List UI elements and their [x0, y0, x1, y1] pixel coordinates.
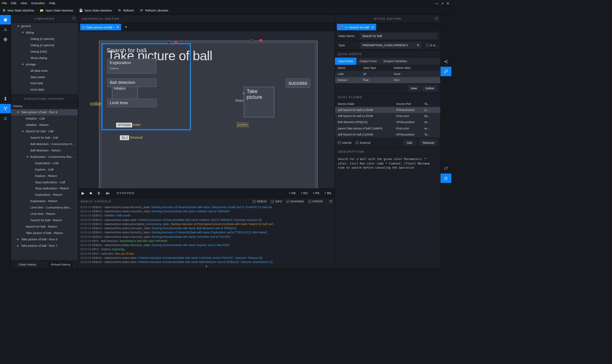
table-row[interactable]: timeoutfloat30.0 — [335, 77, 440, 83]
state-name-input[interactable]: Search for ball — [360, 33, 438, 39]
step-icon[interactable]: ⏭ — [106, 191, 110, 195]
play-icon[interactable]: ▶ — [82, 191, 84, 195]
history-row[interactable]: ▾Take picture of ball - Run 9 — [11, 109, 78, 115]
swap-tab-icon[interactable] — [0, 114, 11, 123]
link-icon[interactable] — [441, 67, 451, 76]
debug-level-debug[interactable]: ✓DEBUG — [253, 200, 267, 203]
error-port-icon[interactable] — [259, 39, 262, 41]
refresh-button[interactable]: ⟳Refresh — [118, 9, 134, 12]
state-type-select[interactable]: PREEMPTION_CONCURRENCY▾ — [360, 42, 421, 49]
history-row[interactable]: Stop exploration - Call — [11, 179, 78, 185]
hourglass-tab-icon[interactable] — [0, 94, 11, 104]
menu-execution[interactable]: Execution — [31, 1, 45, 5]
tree-row[interactable]: load data — [11, 80, 78, 86]
tab-input-ports[interactable]: Input Ports — [335, 58, 356, 65]
table-row[interactable]: Ball detection.EPBQAQOP.list.positionse… — [335, 119, 440, 125]
minimize-icon[interactable]: — — [435, 1, 438, 5]
graph-canvas[interactable]: Take picture of ball color Initialize Se… — [78, 31, 335, 188]
debug-level-warning[interactable]: ✓WARNING — [286, 200, 304, 203]
history-row[interactable]: Search for ball - Call — [11, 135, 78, 141]
stop-icon[interactable]: ■ — [90, 191, 92, 195]
menu-help[interactable]: Help — [49, 1, 55, 5]
add-ps-button[interactable]: + PS — [313, 191, 319, 195]
table-row[interactable]: self.Search for ball.CLZNSBIP.str.colorB… — [335, 113, 440, 119]
history-row[interactable]: Exploration - Return — [11, 198, 78, 204]
libraries-tab-icon[interactable] — [0, 15, 11, 25]
tab-statemachine[interactable]: 1 • Take picture of ball * ✕ — [80, 24, 121, 30]
remove-flow-button[interactable]: Remove — [419, 139, 437, 146]
history-root[interactable]: History — [11, 103, 78, 109]
save-sm-button[interactable]: 💾Save State Machine — [79, 9, 112, 12]
history-row[interactable]: Exploration - Return — [11, 192, 78, 198]
history-row[interactable]: Initialize - Call — [11, 115, 78, 122]
tree-row[interactable]: Dialog [2 options] — [11, 35, 78, 42]
table-row[interactable]: self.Search for ball.CLZNSBOP.list.posit… — [335, 131, 440, 137]
history-row[interactable]: ▸Take picture of ball - Run 7 — [11, 242, 78, 249]
history-row[interactable]: Explore - Return — [11, 172, 78, 179]
port-icon[interactable] — [167, 41, 170, 44]
close-tab-icon[interactable]: ✕ — [371, 25, 374, 29]
history-row[interactable]: Stop exploration - Return — [11, 185, 78, 192]
graph-tab-icon[interactable] — [0, 104, 11, 113]
log-lines[interactable]: 09:55:26 DEBUG - statemachine.states.hie… — [78, 205, 335, 265]
node-exploration[interactable]: Exploration Explore — [107, 59, 157, 74]
tree-row[interactable]: ▾dialog — [11, 29, 78, 35]
tab-state[interactable]: 📌 1 • Search for ball ✕ — [337, 24, 376, 30]
is-start-checkbox[interactable]: is st… — [426, 44, 438, 47]
history-row[interactable]: Take picture of ball - Return — [11, 230, 78, 236]
node-limit-time[interactable]: Limit time — [107, 99, 157, 107]
outcome-success[interactable]: success — [286, 78, 310, 88]
tree-row[interactable]: Dialog [Info] — [11, 48, 78, 55]
port-icon[interactable] — [174, 41, 177, 44]
reload-history-button[interactable]: Reload history — [48, 262, 73, 267]
tab-output-ports[interactable]: Output Ports — [356, 58, 380, 65]
open-sm-button[interactable]: 📂Open State Machine — [40, 9, 73, 12]
history-row[interactable]: Search for ball - Return — [11, 217, 78, 223]
add-hs-button[interactable]: + HS — [289, 191, 296, 195]
menu-file[interactable]: File — [2, 1, 7, 5]
tree-row[interactable]: wait — [11, 93, 78, 94]
tree-row[interactable]: ▾generic — [11, 23, 78, 29]
add-es-button[interactable]: + ES — [301, 191, 308, 195]
internal-checkbox[interactable]: ✓Internal — [338, 141, 352, 144]
hierarchy-tab-icon[interactable] — [0, 25, 11, 34]
sort-icon[interactable] — [441, 164, 451, 173]
history-row[interactable]: ▾Search for ball - Call — [11, 128, 78, 135]
menu-edit[interactable]: Edit — [11, 1, 17, 5]
history-tree[interactable]: ▾Take picture of ball - Run 9Initialize … — [11, 109, 78, 260]
tab-scoped-vars[interactable]: Scoped Variables — [380, 58, 410, 65]
node-ball-detection[interactable]: Ball detection — [107, 78, 157, 87]
description-text[interactable]: Search for a ball with the given color P… — [335, 155, 440, 268]
new-port-button[interactable]: New — [407, 85, 420, 91]
add-flow-button[interactable]: Add — [403, 139, 415, 146]
menu-view[interactable]: View — [20, 1, 27, 5]
list-icon[interactable] — [441, 173, 451, 183]
collapse-icon[interactable]: ▾ — [78, 265, 335, 268]
add-bs-button[interactable]: + BS — [324, 191, 331, 195]
clean-history-button[interactable]: Clean history — [16, 262, 39, 267]
history-row[interactable]: Limit time - Return — [11, 211, 78, 217]
new-sm-button[interactable]: 🗎New State Machine — [2, 9, 34, 12]
external-checkbox[interactable]: ✓External — [356, 141, 370, 144]
globe-tab-icon[interactable] — [0, 35, 11, 44]
close-icon[interactable]: ✕ — [447, 1, 449, 5]
refresh-libs-button[interactable]: ⟳Refresh Libraries — [140, 9, 168, 12]
history-row[interactable]: ▸Take picture of ball - Run 8 — [11, 236, 78, 242]
tree-row[interactable]: Show dialog — [11, 55, 78, 61]
table-row[interactable]: colorstrNone — [335, 71, 440, 77]
debug-level-info[interactable]: ✓INFO — [271, 200, 282, 203]
add-tab-button[interactable]: + — [125, 25, 127, 29]
table-row[interactable]: self.Search for ball.CLZNSBIP.float.time… — [335, 107, 440, 113]
history-row[interactable]: Limit time - Concurrency Bra… — [11, 204, 78, 211]
delete-port-button[interactable]: Delete — [422, 85, 437, 91]
history-row[interactable]: Ball detection - Concurrency B… — [11, 141, 78, 147]
history-row[interactable]: Initialize - Return — [11, 122, 78, 128]
statemachine-outer[interactable]: Take picture of ball color Initialize Se… — [99, 41, 317, 188]
tree-row[interactable]: store data — [11, 86, 78, 93]
share-icon[interactable] — [441, 57, 451, 66]
history-row[interactable]: Explore - Call — [11, 166, 78, 172]
income-port-icon[interactable] — [250, 39, 253, 41]
copy-icon[interactable]: ❐ — [434, 16, 439, 21]
tree-row[interactable]: ▾storage — [11, 61, 78, 67]
pause-icon[interactable]: ⏸ — [97, 191, 101, 195]
